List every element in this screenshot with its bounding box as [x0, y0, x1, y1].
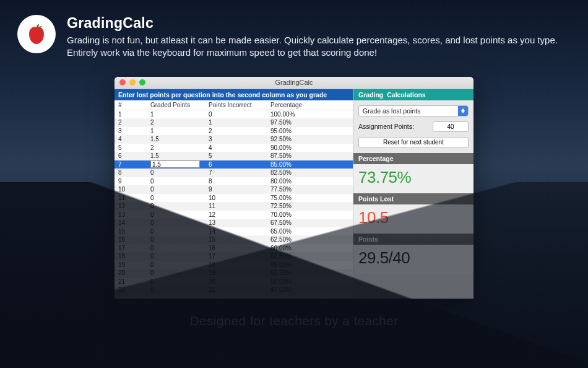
- apple-icon: [24, 22, 49, 46]
- cell-points-incorrect: 20: [209, 278, 270, 286]
- cell-graded-points[interactable]: 0: [150, 244, 209, 253]
- cell-points-incorrect: 8: [209, 177, 270, 186]
- cell-number: 10: [115, 185, 150, 194]
- cell-points-incorrect: 1: [209, 118, 270, 127]
- cell-number: 6: [115, 152, 150, 160]
- cell-graded-points[interactable]: 2: [150, 118, 209, 127]
- cell-points-incorrect: 3: [209, 135, 270, 144]
- table-row[interactable]: 1401367.50%: [115, 219, 353, 227]
- cell-graded-points[interactable]: 0: [150, 269, 209, 278]
- table-row[interactable]: 52490.00%: [115, 144, 353, 152]
- table-row[interactable]: 1101075.00%: [115, 194, 353, 203]
- cell-points-incorrect: 7: [209, 169, 270, 177]
- cell-graded-points[interactable]: 0: [150, 169, 209, 177]
- cell-graded-points[interactable]: 0: [150, 177, 209, 186]
- points-value: 29.5/40: [353, 245, 473, 274]
- table-row[interactable]: 2001952.50%: [115, 269, 353, 278]
- cell-graded-points[interactable]: 0: [150, 211, 209, 219]
- cell-graded-points[interactable]: 0: [150, 219, 209, 227]
- app-icon: [17, 15, 56, 53]
- assignment-points-input[interactable]: [433, 121, 469, 132]
- cell-graded-points[interactable]: [150, 160, 209, 169]
- cell-percentage: 52.50%: [270, 269, 353, 278]
- cell-points-incorrect: 16: [209, 244, 270, 253]
- table-row[interactable]: 41.5392.50%: [115, 135, 353, 144]
- cell-percentage: 75.00%: [270, 194, 353, 203]
- cell-graded-points[interactable]: 1: [150, 127, 209, 136]
- col-points-incorrect[interactable]: Points Incorrect: [209, 102, 270, 108]
- cell-number: 21: [115, 278, 150, 286]
- cell-points-incorrect: 21: [209, 286, 270, 294]
- cell-graded-points[interactable]: 0: [150, 252, 209, 261]
- table-row[interactable]: 90880.00%: [115, 177, 353, 186]
- grading-mode-value: Grade as lost points: [363, 107, 420, 115]
- table-row[interactable]: 100977.50%: [115, 185, 353, 194]
- cell-graded-points[interactable]: 1: [150, 110, 209, 119]
- cell-graded-points[interactable]: 0: [150, 185, 209, 194]
- table-row[interactable]: 7685.00%: [115, 160, 353, 169]
- cell-number: 1: [115, 110, 150, 119]
- marketing-header: GradingCalc Grading is not fun, but atle…: [0, 0, 588, 67]
- cell-points-incorrect: 6: [209, 160, 270, 169]
- cell-graded-points[interactable]: 0: [150, 261, 209, 269]
- col-percentage[interactable]: Percentage: [270, 102, 353, 108]
- app-title: GradingCalc: [67, 15, 571, 32]
- table-row[interactable]: 31295.00%: [115, 127, 353, 136]
- graded-points-input[interactable]: [150, 160, 200, 168]
- cell-points-incorrect: 0: [209, 110, 270, 119]
- table-row[interactable]: 1301270.00%: [115, 211, 353, 219]
- cell-number: 22: [115, 286, 150, 294]
- cell-number: 14: [115, 219, 150, 227]
- cell-percentage: 57.50%: [270, 252, 353, 261]
- cell-points-incorrect: 15: [209, 235, 270, 244]
- window-titlebar[interactable]: GradingCalc: [115, 77, 473, 89]
- table-row[interactable]: 1501465.00%: [115, 227, 353, 236]
- cell-percentage: 87.50%: [270, 152, 353, 160]
- table-row[interactable]: 1201172.50%: [115, 202, 353, 211]
- table-row[interactable]: 1901855.00%: [115, 261, 353, 269]
- table-row[interactable]: 1801757.50%: [115, 252, 353, 261]
- cell-percentage: 85.00%: [270, 160, 353, 169]
- table-row[interactable]: 2102050.00%: [115, 278, 353, 286]
- cell-points-incorrect: 4: [209, 144, 270, 152]
- calculations-pane: Grading Calculations Grade as lost point…: [353, 89, 473, 299]
- grading-mode-select[interactable]: Grade as lost points: [358, 105, 469, 116]
- percentage-value: 73.75%: [353, 164, 473, 193]
- cell-number: 13: [115, 211, 150, 219]
- cell-graded-points[interactable]: 2: [150, 144, 209, 152]
- cell-number: 2: [115, 118, 150, 127]
- table-row[interactable]: 2202147.50%: [115, 286, 353, 294]
- cell-graded-points[interactable]: 0: [150, 235, 209, 244]
- table-row[interactable]: 110100.00%: [115, 110, 353, 119]
- cell-number: 12: [115, 202, 150, 211]
- cell-graded-points[interactable]: 1.5: [150, 152, 209, 160]
- table-row[interactable]: 61.5587.50%: [115, 152, 353, 160]
- cell-number: 8: [115, 169, 150, 177]
- cell-number: 18: [115, 252, 150, 261]
- table-row[interactable]: 1601562.50%: [115, 235, 353, 244]
- reset-button[interactable]: Reset for next student: [358, 137, 469, 148]
- cell-graded-points[interactable]: 0: [150, 202, 209, 211]
- cell-graded-points[interactable]: 0: [150, 278, 209, 286]
- cell-points-incorrect: 13: [209, 219, 270, 227]
- table-row[interactable]: 1701660.00%: [115, 244, 353, 253]
- cell-points-incorrect: 14: [209, 227, 270, 236]
- cell-points-incorrect: 5: [209, 152, 270, 160]
- cell-graded-points[interactable]: 0: [150, 286, 209, 294]
- col-graded-points[interactable]: Graded Points: [150, 102, 209, 108]
- cell-graded-points[interactable]: 0: [150, 227, 209, 236]
- cell-graded-points[interactable]: 0: [150, 194, 209, 203]
- table-row[interactable]: 22197.50%: [115, 118, 353, 127]
- col-number[interactable]: #: [115, 102, 150, 108]
- cell-graded-points[interactable]: 1.5: [150, 135, 209, 144]
- table-rows: 110100.00%22197.50%31295.00%41.5392.50%5…: [115, 110, 353, 299]
- cell-points-incorrect: 11: [209, 202, 270, 211]
- cell-points-incorrect: 18: [209, 261, 270, 269]
- cell-number: 3: [115, 127, 150, 136]
- points-label: Points: [353, 234, 473, 245]
- cell-percentage: 60.00%: [270, 244, 353, 253]
- cell-number: 16: [115, 235, 150, 244]
- cell-number: 17: [115, 244, 150, 253]
- cell-points-incorrect: 19: [209, 269, 270, 278]
- table-row[interactable]: 80782.50%: [115, 169, 353, 177]
